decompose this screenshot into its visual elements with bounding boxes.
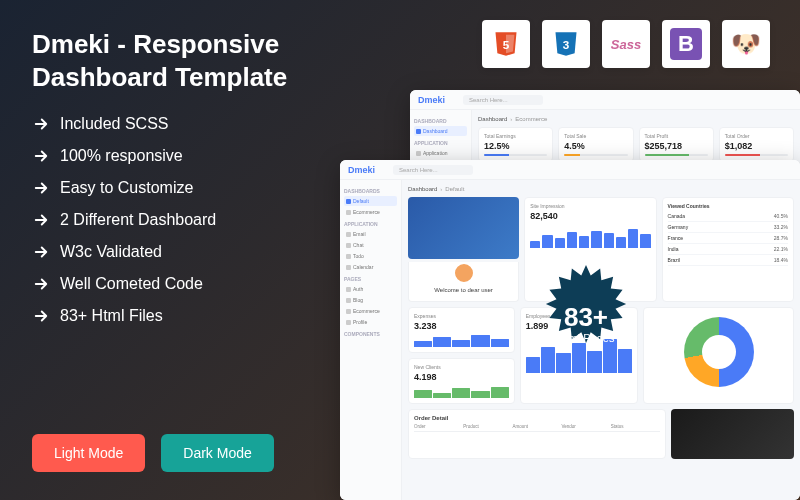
logo: Dmeki: [418, 95, 445, 105]
arrow-icon: [32, 243, 50, 261]
pug-icon: 🐶: [722, 20, 770, 68]
search-input[interactable]: Search Here...: [463, 95, 543, 105]
feature-item: Included SCSS: [32, 115, 332, 133]
arrow-icon: [32, 147, 50, 165]
feature-list: Included SCSS 100% responsive Easy to Cu…: [32, 115, 332, 325]
arrow-icon: [32, 307, 50, 325]
feature-item: Well Cometed Code: [32, 275, 332, 293]
feature-item: 2 Different Dashboard: [32, 211, 332, 229]
avatar: [453, 262, 475, 284]
donut-chart: [684, 317, 754, 387]
feature-item: W3c Validated: [32, 243, 332, 261]
sass-icon: Sass: [602, 20, 650, 68]
product-title: Dmeki - Responsive Dashboard Template: [32, 28, 332, 93]
html5-icon: 5: [482, 20, 530, 68]
product-image: [671, 409, 794, 459]
arrow-icon: [32, 275, 50, 293]
svg-text:3: 3: [563, 38, 570, 51]
bar-chart: [530, 224, 650, 248]
arrow-icon: [32, 211, 50, 229]
svg-text:5: 5: [503, 38, 510, 51]
feature-item: 83+ Html Files: [32, 307, 332, 325]
bootstrap-icon: B: [662, 20, 710, 68]
feature-item: 100% responsive: [32, 147, 332, 165]
pages-badge: 83+ Html Pages: [527, 265, 645, 383]
css3-icon: 3: [542, 20, 590, 68]
search-input[interactable]: Search Here...: [393, 165, 473, 175]
arrow-icon: [32, 115, 50, 133]
feature-item: Easy to Customize: [32, 179, 332, 197]
arrow-icon: [32, 179, 50, 197]
light-mode-button[interactable]: Light Mode: [32, 434, 145, 472]
dark-mode-button[interactable]: Dark Mode: [161, 434, 273, 472]
logo: Dmeki: [348, 165, 375, 175]
hero-image: [408, 197, 519, 259]
